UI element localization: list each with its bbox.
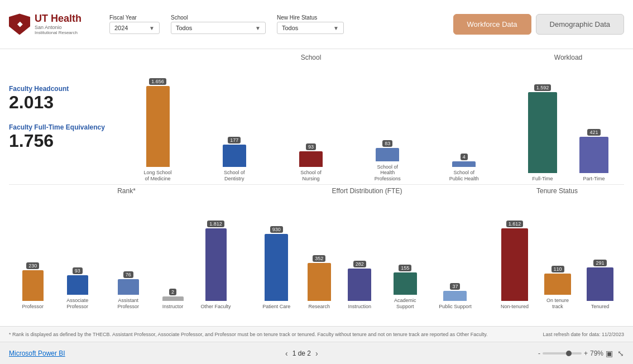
bar-value-badge: 83	[382, 140, 392, 147]
school-chart-title: School	[115, 54, 507, 61]
bar[interactable]: 93	[299, 143, 323, 167]
workload-chart-area: 1.592Full-Time421Part-Time	[512, 64, 624, 182]
rank-chart-panel: Rank* 230Professor93Associate Professor7…	[9, 187, 244, 310]
bar-group[interactable]: 93Associate Professor	[61, 267, 94, 310]
next-page-button[interactable]: ›	[315, 349, 318, 358]
bar-label: Part-Time	[583, 176, 605, 182]
bar-group[interactable]: 37Public Support	[439, 283, 472, 310]
school-chevron-icon: ▼	[255, 25, 261, 31]
bar[interactable]: 76	[118, 271, 139, 295]
bar-label: Other Faculty	[201, 304, 231, 310]
bar-group[interactable]: 83School of Health Professions	[371, 140, 404, 182]
bar-label: School of Dentistry	[218, 170, 251, 182]
bar-rect	[376, 148, 399, 161]
bar[interactable]: 2	[162, 289, 184, 301]
bar-value-badge: 4	[461, 154, 468, 160]
app-container: ◆ UT Health San Antonio Institutional Re…	[0, 0, 633, 364]
bar-group[interactable]: 110On tenure track	[541, 266, 574, 310]
fiscal-year-filter: Fiscal Year 2024 ▼	[109, 15, 160, 34]
bar-rect	[528, 92, 557, 173]
bar[interactable]: 230	[22, 262, 44, 301]
zoom-slider[interactable]	[543, 352, 582, 355]
bar[interactable]: 1.812	[205, 221, 227, 301]
prev-page-button[interactable]: ‹	[285, 349, 288, 358]
bar-group[interactable]: 1.592Full-Time	[528, 84, 557, 182]
bar-value-badge: 282	[353, 261, 366, 267]
bar[interactable]: 930	[265, 226, 288, 301]
bar-group[interactable]: 1.812Other Faculty	[201, 221, 231, 310]
zoom-slider-thumb	[566, 351, 572, 356]
bar[interactable]: 282	[348, 261, 371, 301]
bar-value-badge: 930	[270, 226, 283, 233]
school-chart-panel: School 1.656Long School of Medicine177Sc…	[115, 54, 507, 182]
bar[interactable]: 291	[587, 260, 613, 301]
school-filter: School Todos ▼	[171, 15, 266, 34]
faculty-stats-panel: Faculty Headcount 2.013 Faculty Full-Tim…	[9, 54, 109, 182]
bar[interactable]: 37	[443, 283, 467, 301]
bar[interactable]: 155	[394, 265, 417, 295]
fullscreen-icon[interactable]: ⤡	[617, 349, 624, 358]
bar-group[interactable]: 155Academic Support	[389, 265, 422, 310]
bar-rect	[67, 275, 88, 295]
bar-label: School of Health Professions	[371, 164, 404, 182]
logo-title: UT Health	[35, 13, 81, 25]
bar-label: Professor	[22, 304, 44, 310]
bar-rect	[146, 86, 170, 167]
bar-group[interactable]: 1.656Long School of Medicine	[141, 78, 175, 182]
bar[interactable]: 83	[376, 140, 399, 161]
bottom-bar: Microsoft Power BI ‹ 1 de 2 › - + 79% ▣ …	[0, 342, 633, 364]
workforce-data-button[interactable]: Workforce Data	[453, 14, 531, 35]
zoom-out-icon[interactable]: -	[538, 349, 540, 357]
view-icons: ▣ ⤡	[606, 349, 624, 358]
bar[interactable]: 93	[67, 267, 88, 295]
bar-rect	[299, 151, 323, 167]
demographic-data-button[interactable]: Demographic Data	[536, 14, 624, 35]
bar[interactable]: 352	[308, 255, 331, 301]
bar-group[interactable]: 93School of Nursing	[294, 143, 328, 182]
bar-group[interactable]: 177School of Dentistry	[218, 137, 251, 182]
bar-group[interactable]: 230Professor	[22, 262, 44, 310]
new-hire-select[interactable]: Todos ▼	[277, 22, 344, 34]
nav-buttons: Workforce Data Demographic Data	[453, 14, 624, 35]
bar-group[interactable]: 282Instruction	[348, 261, 371, 310]
workload-chart-panel: Workload 1.592Full-Time421Part-Time	[512, 54, 624, 182]
bar[interactable]: 1.612	[501, 221, 528, 301]
rank-chart-title: Rank*	[9, 187, 244, 195]
tenure-chart-panel: Tenure Status 1.612Non-tenured110On tenu…	[490, 187, 624, 310]
zoom-in-icon[interactable]: +	[584, 349, 588, 357]
new-hire-filter: New Hire Status Todos ▼	[277, 15, 344, 34]
bar-value-badge: 352	[313, 255, 325, 262]
bar-label: Academic Support	[389, 298, 422, 310]
section-divider	[9, 184, 624, 185]
bar-label: Tenured	[591, 304, 610, 310]
fit-view-icon[interactable]: ▣	[606, 349, 613, 358]
bar-group[interactable]: 2Instructor	[162, 289, 184, 310]
fiscal-year-select[interactable]: 2024 ▼	[109, 22, 160, 34]
bar-rect	[579, 137, 608, 173]
new-hire-label: New Hire Status	[277, 15, 344, 21]
school-select[interactable]: Todos ▼	[171, 22, 266, 34]
bar[interactable]: 177	[223, 137, 246, 167]
bar-group[interactable]: 291Tenured	[587, 260, 613, 310]
bar[interactable]: 110	[544, 266, 571, 295]
bar-rect	[308, 263, 331, 301]
bar-group[interactable]: 4School of Public Health	[447, 154, 481, 182]
bar[interactable]: 421	[579, 129, 608, 173]
bar-rect	[265, 234, 288, 301]
pagination: ‹ 1 de 2 ›	[285, 349, 318, 358]
header: ◆ UT Health San Antonio Institutional Re…	[0, 0, 633, 49]
bar[interactable]: 1.592	[528, 84, 557, 173]
logo-text: UT Health San Antonio Institutional Rese…	[35, 13, 81, 35]
bar[interactable]: 4	[452, 154, 476, 167]
bar-group[interactable]: 352Research	[308, 255, 331, 310]
powerbi-link[interactable]: Microsoft Power BI	[9, 349, 65, 357]
logo-area: ◆ UT Health San Antonio Institutional Re…	[9, 13, 98, 35]
bar-group[interactable]: 1.612Non-tenured	[501, 221, 529, 310]
bar-rect	[162, 296, 184, 301]
bar[interactable]: 1.656	[146, 78, 170, 167]
bar-group[interactable]: 76Assistant Professor	[112, 271, 145, 310]
bar-group[interactable]: 930Patient Care	[262, 226, 290, 310]
bar-label: Instructor	[162, 304, 184, 310]
bar-label: Assistant Professor	[112, 298, 145, 310]
bar-group[interactable]: 421Part-Time	[579, 129, 608, 182]
